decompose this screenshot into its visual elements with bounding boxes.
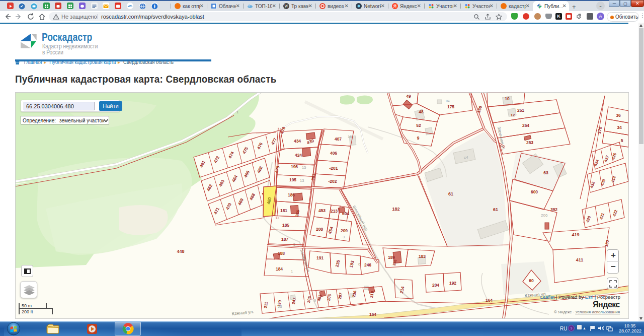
svg-text:49: 49 [406,94,411,99]
svg-text:175: 175 [447,104,454,109]
svg-text:434: 434 [294,139,301,144]
svg-text:187: 187 [281,237,288,242]
svg-text:10: 10 [505,96,510,101]
svg-text:419: 419 [572,232,579,237]
svg-text:195: 195 [289,177,296,182]
svg-text:453: 453 [318,208,326,213]
svg-text:186: 186 [288,192,295,197]
svg-text:61: 61 [493,207,498,212]
svg-text:424: 424 [295,153,302,158]
svg-text:407: 407 [335,137,342,142]
svg-text:253: 253 [526,140,533,145]
svg-text:188: 188 [278,251,285,256]
svg-text:246: 246 [364,262,371,267]
svg-text:5: 5 [621,138,623,143]
svg-text:604: 604 [342,211,349,216]
svg-text:448: 448 [177,249,184,254]
svg-text:-201: -201 [329,166,338,171]
svg-text:251: 251 [517,108,524,113]
svg-text:34: 34 [617,125,622,130]
svg-text:181: 181 [280,208,287,213]
svg-text:12: 12 [511,113,515,117]
svg-text:c4: c4 [464,155,468,160]
svg-text:184: 184 [276,266,283,272]
svg-text:6: 6 [358,262,360,266]
svg-text:48: 48 [419,109,424,114]
svg-text:254: 254 [522,123,529,128]
svg-text:Я: Я [393,4,396,9]
svg-text:52: 52 [416,123,421,128]
svg-text:61: 61 [448,191,453,196]
svg-text:63: 63 [543,170,548,175]
svg-text:206: 206 [541,213,548,218]
svg-text:9: 9 [417,136,420,141]
svg-text:600: 600 [531,189,538,194]
svg-text:13: 13 [300,178,304,183]
svg-text:15: 15 [302,165,306,170]
svg-text:209: 209 [341,228,348,233]
svg-text:192: 192 [449,281,456,286]
svg-text:392: 392 [550,207,557,212]
svg-text:18: 18 [348,135,352,139]
svg-text:3: 3 [343,235,345,239]
svg-text:204: 204 [432,283,439,288]
svg-text:182: 182 [392,207,399,212]
svg-text:411: 411 [576,257,584,262]
svg-text:213: 213 [331,209,338,214]
svg-text:196: 196 [291,164,298,169]
svg-text:36: 36 [616,113,621,118]
svg-text:183: 183 [419,254,426,259]
svg-text:191: 191 [316,255,324,260]
svg-text:пс: пс [446,98,450,103]
svg-text:W: W [284,4,288,9]
svg-text:-202: -202 [328,179,337,184]
svg-text:1: 1 [236,110,239,114]
svg-text:406: 406 [330,151,337,156]
svg-text:208: 208 [316,227,323,232]
svg-text:1: 1 [291,269,293,274]
svg-text:185: 185 [282,223,289,228]
svg-text:60: 60 [529,278,534,283]
